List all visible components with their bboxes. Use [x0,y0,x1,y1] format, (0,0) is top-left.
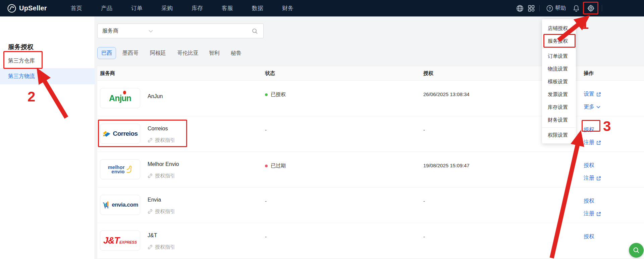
auth-guide-link[interactable]: 授权指引 [148,244,175,250]
register-link[interactable]: 注册 [584,139,601,146]
authorize-link[interactable]: 授权 [584,162,594,169]
tab-colombia[interactable]: 哥伦比亚 [177,50,199,57]
auth-time: - [423,234,425,240]
nav-item-products[interactable]: 产品 [92,4,122,12]
table-row-jt: J&TEXPRESS J&T 授权指引 - - 授权 [97,223,644,259]
tab-peru[interactable]: 秘鲁 [231,50,241,57]
nav-item-purchasing[interactable]: 采购 [152,4,182,12]
provider-name: Correios [148,126,168,132]
menu-divider [542,48,576,49]
menu-item-service-auth[interactable]: 服务授权 [542,35,576,47]
auth-guide-link[interactable]: 授权指引 [148,137,175,143]
status-badge: 已过期 [265,163,286,169]
gear-icon [587,4,595,12]
nav-item-data[interactable]: 数据 [243,4,273,12]
auth-guide-link[interactable]: 授权指引 [148,208,175,215]
tab-argentina[interactable]: 阿根廷 [150,50,166,57]
upseller-logo-icon [7,4,16,13]
register-link[interactable]: 注册 [584,210,601,217]
jt-express-logo: J&TEXPRESS [100,230,140,251]
chain-link-icon [148,173,153,178]
provider-select-value: 服务商 [102,28,118,35]
provider-name: Melhor Envio [148,161,179,167]
menu-item-logistics-settings[interactable]: 物流设置 [542,62,576,75]
magnifier-icon[interactable] [252,28,258,36]
tab-brazil[interactable]: 巴西 [97,47,116,59]
auth-guide-link[interactable]: 授权指引 [148,173,175,179]
provider-name: AnJun [148,93,163,99]
question-circle-icon: ? [546,5,553,12]
tab-mexico[interactable]: 墨西哥 [122,50,139,57]
auth-time: - [423,127,425,133]
melhor-envio-logo: melhorenvio [100,159,140,179]
bell-icon[interactable] [571,0,582,16]
menu-item-template-settings[interactable]: 模板设置 [542,75,576,88]
chain-link-icon [148,138,153,143]
correios-logo: Correios [100,124,140,144]
menu-item-permission-settings[interactable]: 权限设置 [542,129,576,141]
top-navigation: UpSeller 首页 产品 订单 采购 库存 客服 数据 财务 ? 帮助 [0,0,644,16]
anjun-logo: Anjun [100,88,140,108]
settings-link[interactable]: 设置 [584,91,601,98]
header-auth: 授权 [423,70,433,77]
provider-name: Envia [148,197,161,203]
nav-item-finance[interactable]: 财务 [273,4,303,12]
menu-item-invoice-settings[interactable]: 发票设置 [542,88,576,101]
menu-item-inventory-settings[interactable]: 库存设置 [542,101,576,114]
external-link-icon [596,140,601,145]
menu-item-shop-auth[interactable]: 店铺授权 [542,22,576,35]
authorize-link[interactable]: 授权 [584,126,594,133]
status-value: - [265,198,267,204]
magnifier-icon [633,247,640,254]
menu-divider [542,127,576,128]
help-button[interactable]: ? 帮助 [543,0,569,16]
envia-logo: envia.com [100,195,140,215]
globe-icon[interactable] [515,0,525,16]
search-input[interactable] [162,24,250,38]
brand[interactable]: UpSeller [7,0,47,16]
apps-grid-icon[interactable] [526,0,537,16]
sidebar-item-third-party-warehouse[interactable]: 第三方仓库 [0,53,95,68]
provider-filter-select[interactable]: 服务商 [97,24,158,38]
nav-item-home[interactable]: 首页 [61,4,92,12]
nav-item-service[interactable]: 客服 [212,4,243,12]
menu-item-finance-settings[interactable]: 财务设置 [542,114,576,126]
external-link-icon [596,212,601,216]
floating-search-button[interactable] [629,243,644,258]
table-row-envia: envia.com Envia 授权指引 - - 授权 注册 [97,187,644,223]
tab-chile[interactable]: 智利 [209,50,220,57]
status-badge: 已授权 [265,91,286,98]
svg-text:?: ? [549,6,551,10]
table-row-melhor-envio: melhorenvio Melhor Envio 授权指引 已过期 19/08/… [97,152,644,187]
chain-link-icon [148,209,153,214]
nav-item-orders[interactable]: 订单 [122,4,152,12]
nav-item-inventory[interactable]: 库存 [182,4,212,12]
main-menu: 首页 产品 订单 采购 库存 客服 数据 财务 [61,0,303,16]
status-value: - [265,127,267,133]
header-operation: 操作 [584,70,594,77]
external-link-icon [596,176,601,181]
help-label: 帮助 [555,5,566,12]
more-link[interactable]: 更多 [584,103,600,111]
auth-time: 26/06/2025 13:08:34 [423,91,470,97]
nav-divider [602,5,602,11]
settings-gear-button[interactable] [585,0,596,16]
auth-time: - [423,198,425,204]
menu-item-order-settings[interactable]: 订单设置 [542,50,576,62]
chevron-down-icon [596,106,600,109]
authorize-link[interactable]: 授权 [584,233,594,240]
sidebar-item-third-party-logistics[interactable]: 第三方物流 [0,68,95,84]
status-dot-green [265,93,268,96]
brand-name: UpSeller [19,4,47,12]
sidebar: 服务授权 第三方仓库 第三方物流 [0,16,95,259]
search-box [158,24,264,38]
auth-time: 19/08/2025 15:09:47 [423,163,470,168]
page-title: 服务授权 [8,43,34,51]
authorize-link[interactable]: 授权 [584,198,594,205]
annotation-step-1: 1 [581,16,589,32]
header-status: 状态 [265,70,275,77]
register-link[interactable]: 注册 [584,175,601,182]
nav-divider [539,5,540,11]
status-dot-red [265,165,268,167]
settings-dropdown-menu: 店铺授权 服务授权 订单设置 物流设置 模板设置 发票设置 库存设置 财务设置 … [542,19,576,143]
